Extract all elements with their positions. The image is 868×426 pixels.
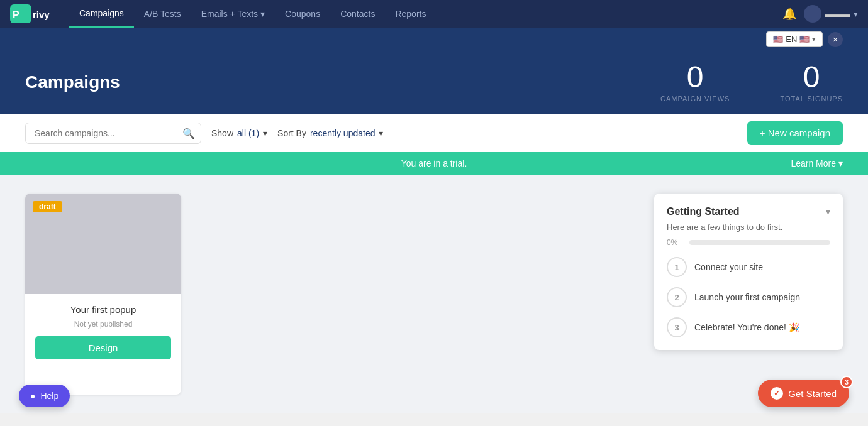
step-1-circle: 1 — [667, 257, 687, 277]
flag-icon: 🇺🇸 — [773, 35, 783, 44]
gs-title: Getting Started — [667, 206, 740, 217]
gs-step-1: 1 Connect your site — [667, 257, 830, 277]
gs-step-2: 2 Launch your first campaign — [667, 287, 830, 307]
user-menu[interactable]: ▬▬▬ ▾ — [804, 5, 858, 23]
get-started-badge: 3 — [840, 376, 853, 388]
sort-value: recently updated — [310, 128, 376, 138]
card-thumbnail: draft — [25, 194, 181, 294]
nav-coupons[interactable]: Coupons — [275, 0, 330, 28]
nav-reports[interactable]: Reports — [385, 0, 436, 28]
avatar — [804, 5, 821, 23]
card-body: Your first popup Not yet published Desig… — [25, 294, 181, 369]
new-campaign-button[interactable]: + New campaign — [747, 121, 843, 145]
main-content: draft Your first popup Not yet published… — [0, 175, 868, 413]
design-button[interactable]: Design — [35, 336, 171, 359]
nav-contacts[interactable]: Contacts — [330, 0, 385, 28]
close-lang-button[interactable]: × — [828, 32, 843, 47]
svg-text:P: P — [13, 9, 19, 20]
lang-bar: 🇺🇸 EN 🇺🇸 ▾ × — [0, 28, 868, 51]
nav-right: 🔔 ▬▬▬ ▾ — [782, 5, 858, 23]
banner-title-block: Campaigns — [25, 72, 120, 92]
bell-icon[interactable]: 🔔 — [782, 7, 796, 21]
search-input[interactable] — [25, 123, 201, 144]
logo[interactable]: P rivy — [10, 4, 54, 23]
nav-ab-tests[interactable]: A/B Tests — [134, 0, 191, 28]
gs-steps: 1 Connect your site 2 Launch your first … — [667, 257, 830, 337]
top-nav: P rivy Campaigns A/B Tests Emails + Text… — [0, 0, 868, 28]
chevron-down-icon[interactable]: ▾ — [826, 207, 830, 217]
chevron-down-icon: ▾ — [838, 158, 843, 168]
chevron-down-icon: ▾ — [854, 9, 858, 19]
help-button[interactable]: ● Help — [19, 385, 70, 407]
toolbar: 🔍 Show all (1) ▾ Sort By recently update… — [0, 114, 868, 152]
chevron-down-icon: ▾ — [260, 9, 265, 19]
chevron-down-icon: ▾ — [812, 35, 816, 43]
card-status: Not yet published — [35, 320, 171, 329]
lang-button[interactable]: 🇺🇸 EN 🇺🇸 ▾ — [766, 31, 823, 47]
getting-started-panel: Getting Started ▾ Here are a few things … — [654, 194, 843, 350]
help-icon: ● — [30, 391, 35, 401]
step-3-label: Celebrate! You're done! 🎉 — [694, 322, 799, 332]
show-value: all (1) — [237, 128, 259, 138]
step-3-circle: 3 — [667, 317, 687, 337]
gs-progress-label: 0% — [667, 238, 684, 247]
svg-text:rivy: rivy — [33, 9, 50, 20]
gs-progress-bar — [689, 240, 830, 245]
show-label: Show — [211, 128, 233, 138]
step-1-label: Connect your site — [694, 262, 763, 272]
campaigns-banner: Campaigns 0 CAMPAIGN VIEWS 0 TOTAL SIGNU… — [0, 51, 868, 114]
search-wrapper: 🔍 — [25, 123, 201, 144]
campaign-views-label: CAMPAIGN VIEWS — [660, 95, 730, 102]
gs-step-3: 3 Celebrate! You're done! 🎉 — [667, 317, 830, 337]
trial-text: You are in a trial. — [401, 158, 467, 168]
campaign-card: draft Your first popup Not yet published… — [25, 194, 181, 395]
step-2-label: Launch your first campaign — [694, 292, 800, 302]
chevron-down-icon: ▾ — [263, 128, 267, 138]
total-signups-stat: 0 TOTAL SIGNUPS — [780, 62, 843, 102]
nav-emails-texts[interactable]: Emails + Texts ▾ — [191, 0, 275, 28]
gs-header: Getting Started ▾ — [667, 206, 830, 217]
card-title: Your first popup — [35, 304, 171, 315]
sort-filter[interactable]: Sort By recently updated ▾ — [277, 128, 383, 138]
checkmark-icon: ✓ — [771, 387, 783, 400]
draft-badge: draft — [33, 201, 62, 212]
nav-links: Campaigns A/B Tests Emails + Texts ▾ Cou… — [69, 0, 782, 28]
campaign-views-number: 0 — [660, 62, 730, 92]
gs-subtitle: Here are a few things to do first. — [667, 222, 830, 232]
search-icon: 🔍 — [182, 127, 195, 139]
nav-campaigns[interactable]: Campaigns — [69, 0, 134, 28]
page-title: Campaigns — [25, 72, 120, 92]
get-started-button[interactable]: ✓ Get Started 3 — [758, 380, 849, 407]
chevron-down-icon: ▾ — [379, 128, 383, 138]
total-signups-label: TOTAL SIGNUPS — [780, 95, 843, 102]
show-filter[interactable]: Show all (1) ▾ — [211, 128, 267, 138]
sort-label: Sort By — [277, 128, 306, 138]
banner-stats: 0 CAMPAIGN VIEWS 0 TOTAL SIGNUPS — [660, 62, 843, 102]
gs-progress-row: 0% — [667, 238, 830, 247]
campaign-views-stat: 0 CAMPAIGN VIEWS — [660, 62, 730, 102]
learn-more-link[interactable]: Learn More ▾ — [791, 158, 843, 168]
step-2-circle: 2 — [667, 287, 687, 307]
user-name: ▬▬▬ — [825, 9, 850, 19]
trial-bar: You are in a trial. Learn More ▾ — [0, 152, 868, 175]
total-signups-number: 0 — [780, 62, 843, 92]
